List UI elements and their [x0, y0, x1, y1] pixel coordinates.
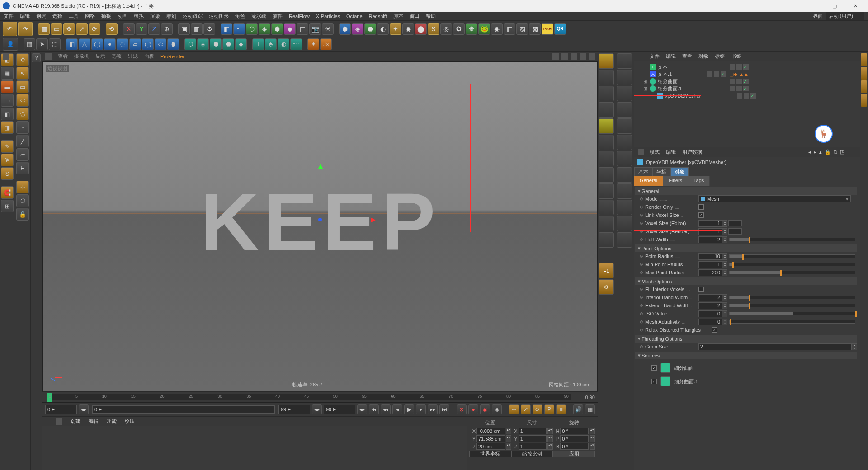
max-point-radius-slider[interactable]: [729, 271, 855, 274]
maximize-button[interactable]: ▢: [825, 0, 844, 11]
tab-object[interactable]: 对象: [670, 167, 689, 176]
render-flag[interactable]: [736, 64, 742, 70]
mat-tab[interactable]: 编辑: [89, 418, 99, 425]
menu-item[interactable]: Redshift: [369, 14, 387, 19]
edge-mode-icon[interactable]: ╱: [16, 135, 29, 147]
sculpt-tool-icon[interactable]: [599, 102, 614, 118]
enable-flag[interactable]: [743, 86, 749, 91]
render-flag[interactable]: [736, 79, 742, 84]
snap-tool-icon[interactable]: ⬡: [16, 194, 29, 207]
layout-dropdown[interactable]: 启动 (用户): [826, 12, 864, 20]
checker-icon[interactable]: ▦: [1, 67, 14, 80]
extra-tool-icon[interactable]: [617, 232, 632, 248]
enable-flag[interactable]: [750, 93, 756, 99]
oil-icon[interactable]: ⬮: [167, 38, 179, 50]
spline-icon[interactable]: 〰: [233, 23, 245, 35]
tool-e-icon[interactable]: ✪: [453, 23, 465, 35]
attr-menu-item[interactable]: 模式: [650, 149, 660, 155]
cube-w-icon[interactable]: ⬚: [1, 94, 14, 107]
sculpt-tool-icon[interactable]: [599, 118, 614, 134]
poly-sel-icon[interactable]: ⬠: [16, 108, 29, 120]
spinner[interactable]: ▴▾: [547, 428, 553, 434]
tool-b-icon[interactable]: ⬤: [415, 23, 427, 35]
coord-system-icon[interactable]: ⊕: [161, 23, 173, 35]
psr-button[interactable]: PSR: [542, 23, 553, 35]
exterior-band-slider[interactable]: [729, 304, 855, 307]
render-flag[interactable]: [714, 71, 719, 77]
rot-p-input[interactable]: 0 °: [560, 435, 589, 442]
minimize-button[interactable]: ─: [804, 0, 824, 11]
render-picture-icon[interactable]: ▦: [191, 23, 203, 35]
plane-icon[interactable]: ▱: [129, 38, 141, 50]
select-live-icon[interactable]: ▦: [38, 23, 50, 35]
nav-fwd-icon[interactable]: ▸: [814, 149, 816, 155]
view-nav-icon[interactable]: [571, 53, 577, 60]
spinner[interactable]: ▴▾: [722, 261, 727, 268]
interior-band-input[interactable]: 2: [698, 294, 722, 301]
spinner[interactable]: ▴▾: [722, 220, 727, 227]
sculpt-tool-icon[interactable]: [599, 183, 614, 199]
coord-space-dropdown[interactable]: 世界坐标: [469, 451, 511, 457]
menu-item[interactable]: 动画: [118, 13, 127, 19]
menu-item[interactable]: 运动跟踪: [183, 13, 203, 19]
om-menu-item[interactable]: 文件: [650, 53, 660, 60]
extrude-icon[interactable]: ⬘: [265, 38, 277, 50]
cube-primitive-icon[interactable]: ◧: [221, 23, 232, 35]
poly-mode-icon[interactable]: ▱: [16, 148, 29, 161]
sweep-icon[interactable]: 〰: [290, 38, 302, 50]
subtab-general[interactable]: General: [634, 176, 663, 186]
gen4-icon[interactable]: ⬣: [222, 38, 234, 50]
menu-item[interactable]: 脚本: [393, 13, 403, 19]
extra-tool-icon[interactable]: [617, 200, 632, 215]
half-width-slider[interactable]: [729, 238, 855, 241]
gizmo-x-axis[interactable]: [320, 220, 374, 221]
scale-mode-dropdown[interactable]: 缩放比例: [511, 451, 553, 457]
lathe-icon[interactable]: ◐: [278, 38, 289, 50]
min-point-radius-input[interactable]: 1: [698, 261, 722, 268]
section-mesh-options[interactable]: Mesh Options: [635, 277, 857, 285]
menu-item[interactable]: 选择: [52, 13, 62, 19]
rot-b-input[interactable]: 0 °: [560, 443, 589, 450]
object-row[interactable]: T 文本: [637, 63, 857, 70]
arrow-icon[interactable]: ➤: [36, 38, 48, 50]
mesh-adaptivity-slider[interactable]: [729, 320, 855, 324]
sculpt-tool-icon[interactable]: [599, 216, 614, 231]
tab-basic[interactable]: 基本: [634, 167, 652, 176]
grip-icon[interactable]: [3, 53, 9, 60]
extra-tool-icon[interactable]: [617, 102, 632, 118]
next-frame-button[interactable]: ▸: [416, 404, 426, 414]
size-x-input[interactable]: 1: [519, 428, 547, 434]
extra-tool-icon[interactable]: [617, 167, 632, 183]
source-checkbox[interactable]: [651, 379, 657, 384]
tool-a-icon[interactable]: ◉: [402, 23, 414, 35]
help-icon[interactable]: ?: [32, 53, 41, 62]
menu-item[interactable]: 模拟: [134, 13, 144, 19]
sculpt-tool-icon[interactable]: [599, 86, 614, 101]
move-tool-icon[interactable]: ✥: [16, 53, 29, 66]
frame-spin[interactable]: ◂▸: [312, 404, 322, 414]
next-key-button[interactable]: ▸▸: [428, 404, 438, 414]
section-sources[interactable]: Sources: [635, 352, 857, 359]
extra-tool-icon[interactable]: [617, 216, 632, 231]
viewport[interactable]: 透视视图 KEEP 帧速率: 285.7 网格间距 : 100 cm: [42, 61, 598, 391]
light-icon[interactable]: ☀: [322, 23, 334, 35]
mograph-cloner-icon[interactable]: ⬢: [339, 23, 351, 35]
link-icon[interactable]: ⧉: [834, 149, 837, 155]
palette-tab[interactable]: [861, 67, 867, 80]
grain-size-input[interactable]: 2: [698, 343, 852, 350]
tool-h-icon[interactable]: ▨: [516, 23, 528, 35]
material-manager[interactable]: [42, 426, 467, 470]
menu-item[interactable]: 流水线: [251, 13, 266, 19]
om-menu-item[interactable]: 标签: [715, 53, 725, 60]
key-anim-button[interactable]: ≡: [556, 404, 566, 414]
key-scale-button[interactable]: ⤢: [521, 404, 531, 414]
iso-value-slider[interactable]: [729, 312, 855, 315]
goto-end-button[interactable]: ⏭: [439, 404, 449, 414]
vis-flag[interactable]: [730, 64, 735, 70]
timeline[interactable]: 051015202530354045505560657075808590 0 9…: [42, 391, 598, 402]
view-menu-item[interactable]: 查看: [58, 53, 68, 60]
menu-item[interactable]: 创建: [36, 13, 46, 19]
spinner[interactable]: ▴▾: [852, 343, 857, 350]
sculpt-tool-icon[interactable]: [599, 232, 614, 248]
menu-item[interactable]: 工具: [69, 13, 79, 19]
